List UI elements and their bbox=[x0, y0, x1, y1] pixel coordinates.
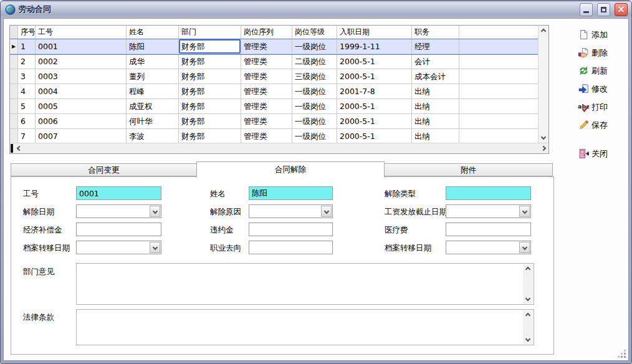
grid-cell[interactable]: 0003 bbox=[36, 69, 127, 84]
scroll-down-icon[interactable] bbox=[525, 337, 530, 342]
grid-cell[interactable]: 程峰 bbox=[127, 84, 179, 98]
table-row[interactable]: 70007李波财务部管理类一级岗位2000-5-1出纳 bbox=[10, 129, 538, 143]
grid-cell[interactable]: 0001 bbox=[36, 39, 127, 54]
grid-cell[interactable]: 一级岗位 bbox=[292, 39, 337, 54]
grid-cell[interactable]: 出纳 bbox=[412, 114, 459, 128]
grid-cell[interactable]: 成亚权 bbox=[127, 99, 179, 113]
grid-cell[interactable]: 7 bbox=[18, 129, 36, 143]
column-header-2[interactable]: 工号 bbox=[36, 26, 127, 39]
dropdown-button[interactable] bbox=[519, 206, 530, 217]
grid-cell[interactable]: 一级岗位 bbox=[292, 114, 337, 128]
termination-type-field[interactable] bbox=[446, 186, 531, 200]
grid-cell[interactable]: 0006 bbox=[36, 114, 127, 128]
table-row[interactable]: 50005成亚权财务部管理类一级岗位2000-5-1出纳 bbox=[10, 99, 538, 114]
grid-cell[interactable]: 2 bbox=[18, 54, 36, 69]
grid-cell[interactable]: 2000-5-1 bbox=[337, 129, 412, 143]
archive-transfer-date-combo[interactable] bbox=[76, 241, 161, 254]
action-button-4[interactable]: 修改 bbox=[578, 82, 630, 95]
grid-cell[interactable]: 财务部 bbox=[179, 39, 241, 54]
grid-cell[interactable]: 6 bbox=[18, 114, 36, 128]
grid-cell[interactable]: 财务部 bbox=[179, 114, 241, 128]
grid-cell[interactable]: 出纳 bbox=[412, 84, 459, 98]
grid-cell[interactable]: 2000-5-1 bbox=[337, 114, 412, 128]
tab-1[interactable]: 合同变更 bbox=[11, 163, 197, 176]
table-row[interactable]: 60006何叶华财务部管理类一级岗位2000-5-1出纳 bbox=[10, 114, 538, 129]
grid-cell[interactable]: 经理 bbox=[412, 39, 459, 54]
grid-cell[interactable]: 财务部 bbox=[179, 69, 241, 84]
legal-terms-textarea[interactable] bbox=[76, 309, 534, 345]
grid-cell[interactable]: 0007 bbox=[36, 129, 127, 143]
table-row[interactable]: 40004程峰财务部管理类一级岗位2001-7-8出纳 bbox=[10, 84, 538, 99]
action-button-3[interactable]: 刷新 bbox=[578, 64, 630, 77]
tab-2[interactable]: 合同解除 bbox=[196, 161, 385, 178]
grid-cell[interactable]: 2000-5-1 bbox=[337, 99, 412, 113]
compensation-field[interactable] bbox=[76, 223, 161, 236]
name-field[interactable] bbox=[249, 186, 333, 200]
table-row[interactable]: ▶10001陈阳财务部管理类一级岗位1999-1-11经理 bbox=[10, 39, 538, 54]
grid-cell[interactable]: 二级岗位 bbox=[292, 54, 337, 69]
grid-cell[interactable]: 财务部 bbox=[179, 129, 241, 143]
column-header-1[interactable]: 序号 bbox=[18, 26, 36, 39]
titlebar[interactable]: 劳动合同 × bbox=[1, 1, 631, 18]
maximize-button[interactable] bbox=[597, 3, 610, 16]
scroll-up-icon[interactable] bbox=[541, 29, 546, 34]
scroll-down-icon[interactable] bbox=[541, 135, 546, 140]
textarea-scrollbar[interactable] bbox=[523, 264, 533, 304]
termination-reason-combo[interactable] bbox=[249, 204, 333, 218]
grid-cell[interactable]: 成本会计 bbox=[412, 69, 459, 84]
column-header-4[interactable]: 部门 bbox=[179, 26, 241, 39]
grid-cell[interactable]: 一级岗位 bbox=[292, 129, 337, 143]
grid-cell[interactable]: 0004 bbox=[36, 84, 127, 98]
scroll-up-icon[interactable] bbox=[525, 313, 530, 318]
grid-cell[interactable]: 管理类 bbox=[241, 39, 292, 54]
hscroll-thumb[interactable] bbox=[11, 144, 13, 153]
action-button-7[interactable]: 关闭 bbox=[578, 147, 630, 160]
column-header-3[interactable]: 姓名 bbox=[127, 26, 179, 39]
scroll-up-icon[interactable] bbox=[525, 267, 530, 272]
grid-cell[interactable]: 李波 bbox=[127, 129, 179, 143]
grid-cell[interactable]: 管理类 bbox=[241, 69, 292, 84]
dropdown-button[interactable] bbox=[150, 206, 160, 217]
scroll-down-icon[interactable] bbox=[525, 296, 530, 301]
grid-cell[interactable]: 1 bbox=[18, 39, 36, 54]
archive-transfer-date-combo-2[interactable] bbox=[446, 241, 531, 254]
dropdown-button[interactable] bbox=[321, 206, 332, 217]
grid-cell[interactable]: 管理类 bbox=[241, 54, 292, 69]
grid-cell[interactable]: 财务部 bbox=[179, 84, 241, 98]
grid-cell[interactable]: 管理类 bbox=[241, 114, 292, 128]
grid-cell[interactable]: 2000-5-1 bbox=[337, 54, 412, 69]
grid-cell[interactable]: 财务部 bbox=[179, 99, 241, 113]
employee-id-field[interactable] bbox=[76, 186, 161, 200]
column-header-7[interactable]: 入职日期 bbox=[337, 26, 412, 39]
tab-3[interactable]: 附件 bbox=[384, 163, 553, 176]
minimize-button[interactable] bbox=[580, 3, 593, 16]
medical-fee-field[interactable] bbox=[446, 223, 531, 236]
grid-cell[interactable]: 财务部 bbox=[179, 54, 241, 69]
grid-cell[interactable]: 0005 bbox=[36, 99, 127, 113]
column-header-6[interactable]: 岗位等级 bbox=[292, 26, 337, 39]
grid-cell[interactable]: 0002 bbox=[36, 54, 127, 69]
action-button-1[interactable]: 添加 bbox=[578, 28, 630, 41]
grid-cell[interactable]: 5 bbox=[18, 99, 36, 113]
grid-cell[interactable]: 一级岗位 bbox=[292, 99, 337, 113]
career-destination-field[interactable] bbox=[249, 241, 333, 254]
salary-cutoff-date-combo[interactable] bbox=[446, 204, 531, 218]
grid-cell[interactable]: 会计 bbox=[412, 54, 459, 69]
dropdown-button[interactable] bbox=[150, 242, 160, 253]
grid-cell[interactable]: 3 bbox=[18, 69, 36, 84]
column-header-5[interactable]: 岗位序列 bbox=[241, 26, 292, 39]
grid-horizontal-scrollbar[interactable] bbox=[10, 143, 548, 153]
grid-cell[interactable]: 三级岗位 bbox=[292, 69, 337, 84]
dropdown-button[interactable] bbox=[519, 242, 530, 253]
grid-cell[interactable]: 4 bbox=[18, 84, 36, 98]
grid-cell[interactable]: 成华 bbox=[127, 54, 179, 69]
table-row[interactable]: 30003董列财务部管理类三级岗位2000-5-1成本会计 bbox=[10, 69, 538, 84]
scroll-right-icon[interactable] bbox=[541, 146, 546, 151]
close-button[interactable]: × bbox=[615, 3, 628, 16]
grid-cell[interactable]: 陈阳 bbox=[127, 39, 179, 54]
action-button-6[interactable]: 保存 bbox=[578, 118, 630, 132]
penalty-field[interactable] bbox=[249, 223, 333, 236]
grid-vertical-scrollbar[interactable] bbox=[538, 26, 548, 143]
column-header-8[interactable]: 职务 bbox=[412, 26, 459, 39]
grid-cell[interactable]: 何叶华 bbox=[127, 114, 179, 128]
